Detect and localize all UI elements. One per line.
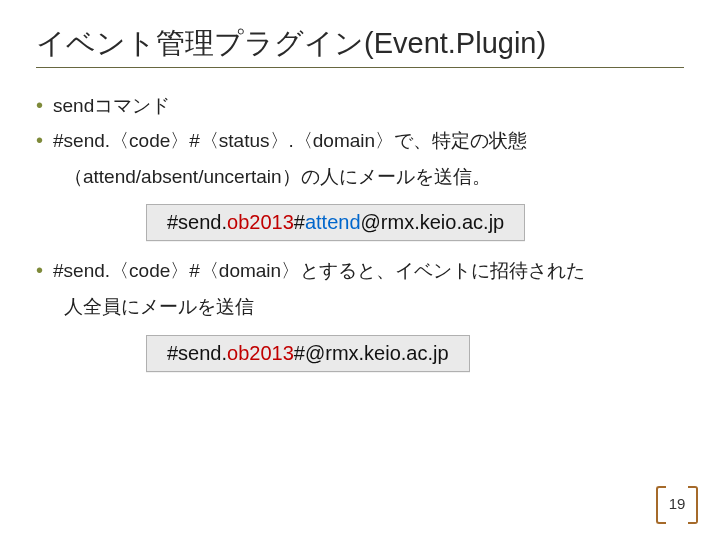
code-seg: #send. bbox=[167, 211, 227, 233]
slide: イベント管理プラグイン(Event.Plugin) • sendコマンド • #… bbox=[0, 0, 720, 540]
code-seg: #send. bbox=[167, 342, 227, 364]
code-seg-code: ob2013 bbox=[227, 211, 294, 233]
bullet-item-1: • sendコマンド bbox=[36, 92, 684, 120]
title-divider bbox=[36, 67, 684, 68]
bullet-item-3-cont: 人全員にメールを送信 bbox=[64, 293, 684, 321]
bullet-text: #send.〈code〉#〈domain〉とすると、イベントに招待された bbox=[53, 257, 684, 285]
bracket-right-icon bbox=[688, 486, 698, 524]
code-seg-status: attend bbox=[305, 211, 361, 233]
code-example-2: #send.ob2013#@rmx.keio.ac.jp bbox=[146, 335, 470, 372]
bullet-item-3: • #send.〈code〉#〈domain〉とすると、イベントに招待された bbox=[36, 257, 684, 285]
page-number: 19 bbox=[669, 495, 686, 512]
bullet-dot-icon: • bbox=[36, 127, 43, 153]
bullet-text: sendコマンド bbox=[53, 92, 684, 120]
bullet-item-2: • #send.〈code〉#〈status〉.〈domain〉で、特定の状態 bbox=[36, 127, 684, 155]
bullet-dot-icon: • bbox=[36, 92, 43, 118]
page-number-badge: 19 bbox=[656, 482, 698, 524]
code-seg: @rmx.keio.ac.jp bbox=[361, 211, 505, 233]
code-seg: #@rmx.keio.ac.jp bbox=[294, 342, 449, 364]
bullet-dot-icon: • bbox=[36, 257, 43, 283]
code-example-1: #send.ob2013#attend@rmx.keio.ac.jp bbox=[146, 204, 525, 241]
code-seg-code: ob2013 bbox=[227, 342, 294, 364]
code-seg: # bbox=[294, 211, 305, 233]
bullet-text: #send.〈code〉#〈status〉.〈domain〉で、特定の状態 bbox=[53, 127, 684, 155]
slide-title: イベント管理プラグイン(Event.Plugin) bbox=[36, 26, 684, 61]
bracket-left-icon bbox=[656, 486, 666, 524]
bullet-item-2-cont: （attend/absent/uncertain）の人にメールを送信。 bbox=[64, 163, 684, 191]
